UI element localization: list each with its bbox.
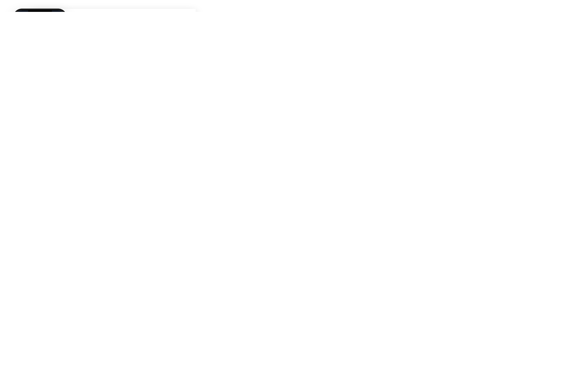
phone-notch xyxy=(28,10,52,12)
phone-mockup: 9:41 ▮▮▮▮ ▲ ▬▬ EM Eva Mendoza ? ABC Cont… xyxy=(15,10,65,12)
